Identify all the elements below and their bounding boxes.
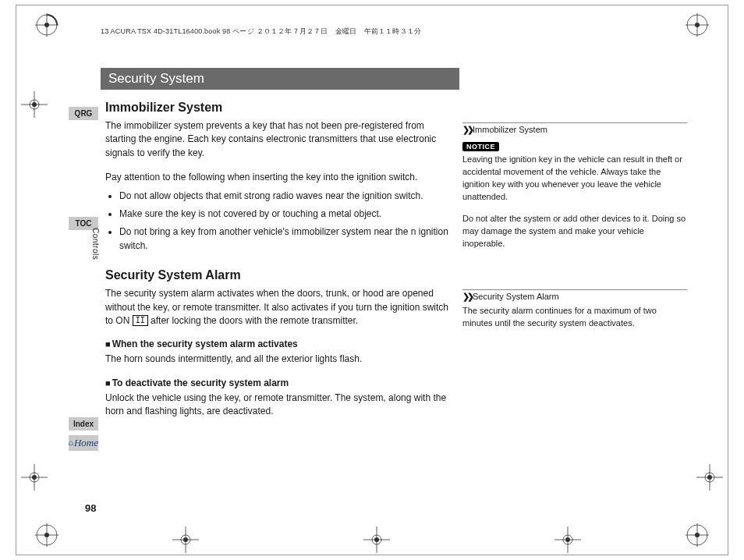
- crop-mark-icon: [172, 526, 199, 553]
- sidebar-notes-column: ❯❯Immobilizer System NOTICE Leaving the …: [462, 122, 687, 338]
- left-tab-group-upper: QRG TOC: [69, 107, 98, 235]
- tab-index[interactable]: Index: [69, 417, 98, 431]
- sidebar-note-title: Immobilizer System: [473, 125, 547, 134]
- registration-mark-icon: [35, 523, 58, 547]
- sidebar-paragraph: Leaving the ignition key in the vehicle …: [462, 154, 687, 204]
- paragraph: The security system alarm activates when…: [105, 287, 455, 328]
- section-title: Security System: [108, 71, 204, 86]
- svg-point-39: [565, 537, 570, 542]
- paragraph: Pay attention to the following when inse…: [105, 171, 455, 184]
- sidebar-note-title: Security System Alarm: [473, 292, 559, 301]
- chevron-right-icon: ❯❯: [462, 125, 472, 134]
- svg-point-19: [32, 102, 37, 107]
- subheading: ■When the security system alarm activate…: [105, 338, 455, 349]
- tab-home[interactable]: Home: [69, 435, 98, 451]
- svg-point-23: [32, 475, 37, 480]
- crop-mark-icon: [21, 464, 48, 491]
- subheading-text: To deactivate the security system alarm: [112, 377, 289, 388]
- subheading: ■To deactivate the security system alarm: [105, 377, 455, 388]
- page-frame: 13 ACURA TSX 4D-31TL16400.book 98 ページ ２０…: [16, 5, 728, 555]
- heading-immobilizer: Immobilizer System: [105, 101, 455, 115]
- paragraph: Unlock the vehicle using the key, or rem…: [105, 392, 455, 419]
- ignition-position-box: II: [133, 315, 148, 326]
- left-tab-group-lower: Index Home: [69, 417, 98, 451]
- crop-mark-icon: [363, 526, 390, 553]
- svg-point-35: [374, 537, 379, 542]
- sidebar-note-header: ❯❯Security System Alarm: [462, 289, 687, 302]
- svg-point-31: [183, 537, 188, 542]
- main-content-column: Immobilizer System The immobilizer syste…: [105, 101, 455, 429]
- text-span: after locking the doors with the remote …: [148, 315, 358, 326]
- registration-mark-icon: [686, 13, 709, 37]
- list-item: Do not allow objects that emit strong ra…: [119, 190, 455, 203]
- heading-security-alarm: Security System Alarm: [105, 268, 455, 282]
- crop-mark-icon: [21, 91, 48, 118]
- section-vertical-label: Controls: [91, 228, 100, 260]
- paragraph: The horn sounds intermittently, and all …: [105, 353, 455, 366]
- crop-mark-icon: [554, 526, 581, 553]
- list-item: Make sure the key is not covered by or t…: [119, 207, 455, 221]
- registration-mark-icon: [686, 523, 709, 547]
- notice-badge: NOTICE: [462, 142, 499, 151]
- section-title-bar: Security System: [101, 68, 459, 90]
- home-icon: [69, 439, 73, 447]
- crop-mark-icon: [696, 464, 723, 491]
- subheading-text: When the security system alarm activates: [112, 338, 298, 349]
- square-bullet-icon: ■: [105, 378, 111, 388]
- sidebar-paragraph: The security alarm continues for a maxim…: [462, 305, 687, 330]
- paragraph: The immobilizer system prevents a key th…: [105, 119, 455, 160]
- square-bullet-icon: ■: [105, 339, 111, 349]
- chevron-right-icon: ❯❯: [462, 292, 472, 301]
- document-header-info: 13 ACURA TSX 4D-31TL16400.book 98 ページ ２０…: [101, 27, 421, 37]
- bullet-list: Do not allow objects that emit strong ra…: [119, 190, 455, 253]
- page-number: 98: [85, 502, 96, 514]
- registration-mark-icon: [35, 13, 58, 37]
- tab-qrg[interactable]: QRG: [69, 107, 98, 120]
- sidebar-note-header: ❯❯Immobilizer System: [462, 122, 687, 135]
- sidebar-paragraph: Do not alter the system or add other dev…: [462, 213, 687, 250]
- list-item: Do not bring a key from another vehicle'…: [119, 225, 455, 253]
- svg-point-27: [707, 475, 712, 480]
- tab-home-label: Home: [74, 437, 98, 449]
